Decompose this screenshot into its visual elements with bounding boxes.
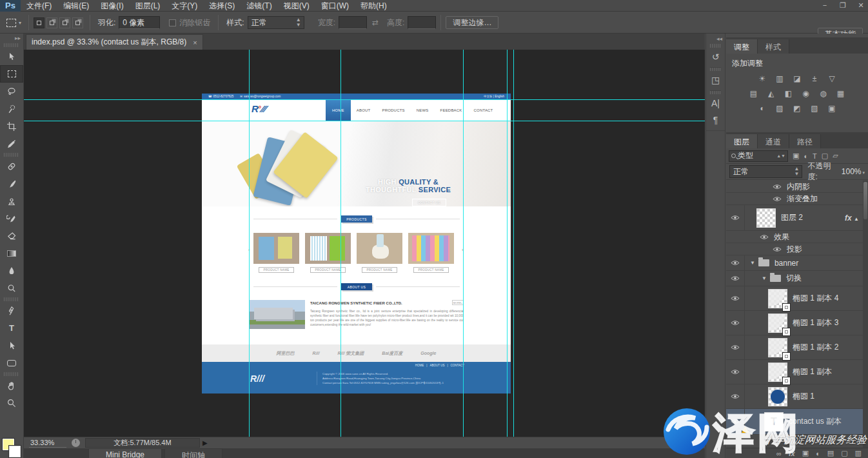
- effect-eye-icon[interactable]: [773, 196, 782, 202]
- visibility-eye-icon[interactable]: [726, 384, 745, 408]
- layer-row[interactable]: 投影: [726, 243, 868, 255]
- visibility-eye-icon[interactable]: [726, 205, 745, 230]
- effect-eye-icon[interactable]: [773, 246, 782, 252]
- visibility-eye-icon[interactable]: [726, 286, 745, 310]
- layer-row[interactable]: ▼切换: [726, 271, 868, 286]
- layer-row[interactable]: 效果: [726, 231, 868, 243]
- filter-kind-pixel-icon[interactable]: ▣: [793, 152, 799, 160]
- move-tool-icon[interactable]: [0, 48, 23, 65]
- layer-row[interactable]: 椭圆 1 副本 4: [726, 286, 868, 311]
- levels-icon[interactable]: ▥: [773, 74, 786, 84]
- tool-preset-arrow-icon[interactable]: ▾: [19, 20, 21, 26]
- style-dropdown[interactable]: 正常▲▼: [248, 16, 304, 29]
- menu-item[interactable]: 编辑(E): [57, 0, 95, 12]
- gradient-map-icon[interactable]: ▧: [808, 104, 821, 114]
- tab-layers[interactable]: 图层: [726, 134, 758, 148]
- layer-row[interactable]: 椭圆 1 副本 2: [726, 335, 868, 360]
- color-balance-icon[interactable]: ◭: [765, 89, 778, 99]
- expander-triangle-icon[interactable]: ▼: [750, 260, 755, 266]
- effect-eye-icon[interactable]: [760, 234, 769, 240]
- tab-mini-bridge[interactable]: Mini Bridge: [88, 448, 162, 458]
- delete-layer-icon[interactable]: ▥: [855, 449, 862, 457]
- canvas-area[interactable]: ☎ 0512-82707625 ✉ sara.wu@rongweigroup.c…: [24, 50, 705, 437]
- posterize-icon[interactable]: ▨: [773, 104, 786, 114]
- history-panel-icon[interactable]: ↺: [706, 48, 725, 65]
- tab-adjustments[interactable]: 调整: [726, 39, 758, 54]
- black-white-icon[interactable]: ◧: [782, 89, 795, 99]
- layer-row[interactable]: 渐变叠加: [726, 193, 868, 205]
- minimize-icon[interactable]: −: [820, 0, 829, 10]
- tab-paths[interactable]: 路径: [789, 134, 821, 148]
- type-tool-icon[interactable]: T: [0, 319, 23, 337]
- color-lookup-icon[interactable]: ▦: [834, 89, 847, 99]
- fx-badge[interactable]: fx ▲: [845, 214, 859, 223]
- layer-style-icon[interactable]: fx: [789, 450, 795, 457]
- visibility-eye-icon[interactable]: [726, 255, 745, 270]
- menu-item[interactable]: 文字(Y): [166, 0, 203, 12]
- history-brush-tool-icon[interactable]: [0, 210, 23, 227]
- tab-close-icon[interactable]: ×: [193, 39, 197, 46]
- link-layers-icon[interactable]: ∞: [776, 450, 782, 457]
- clone-stamp-tool-icon[interactable]: [0, 192, 23, 210]
- threshold-icon[interactable]: ◩: [791, 104, 804, 114]
- selective-color-icon[interactable]: ▣: [825, 104, 838, 114]
- height-input[interactable]: [408, 16, 436, 29]
- layer-row[interactable]: 图层 2fx ▲: [726, 205, 868, 231]
- document-tab[interactable]: index.psd @ 33.3% (contact us 副本, RGB/8)…: [26, 34, 203, 50]
- menu-item[interactable]: 选择(S): [203, 0, 241, 12]
- vector-mask-icon[interactable]: [782, 303, 791, 312]
- properties-panel-icon[interactable]: ◳: [706, 72, 725, 88]
- selection-subtract-icon[interactable]: [59, 17, 70, 28]
- new-group-icon[interactable]: ▤: [827, 449, 834, 457]
- guide-vertical[interactable]: [463, 50, 464, 437]
- layer-row[interactable]: 椭圆 1: [726, 384, 868, 409]
- zoom-level-field[interactable]: 33.33%: [29, 439, 66, 448]
- blend-mode-dropdown[interactable]: 正常▲▼: [729, 165, 802, 178]
- marquee-tool-icon[interactable]: [0, 65, 23, 83]
- close-icon[interactable]: ✕: [856, 0, 865, 10]
- width-input[interactable]: [339, 16, 367, 29]
- filter-kind-adjustment-icon[interactable]: ◐: [804, 152, 808, 160]
- layer-row[interactable]: 椭圆 1 副本: [726, 360, 868, 384]
- adjustment-layer-icon[interactable]: ◐: [816, 450, 820, 457]
- layer-row[interactable]: 椭圆 1 副本 3: [726, 311, 868, 335]
- layer-thumbnail[interactable]: [768, 289, 787, 308]
- layer-row[interactable]: T!contact us 副本: [726, 409, 868, 435]
- blur-tool-icon[interactable]: [0, 262, 23, 279]
- invert-icon[interactable]: ◐: [756, 104, 769, 114]
- layer-thumbnail[interactable]: [768, 363, 787, 382]
- brightness-contrast-icon[interactable]: ☀: [756, 74, 769, 84]
- quick-selection-tool-icon[interactable]: [0, 100, 23, 117]
- photo-filter-icon[interactable]: ◉: [800, 89, 813, 99]
- expander-triangle-icon[interactable]: ▼: [762, 275, 767, 281]
- new-layer-icon[interactable]: ▢: [841, 449, 847, 457]
- visibility-eye-icon[interactable]: [726, 271, 745, 286]
- crop-tool-icon[interactable]: [0, 117, 23, 135]
- selection-add-icon[interactable]: [46, 17, 57, 28]
- text-layer-thumbnail[interactable]: T: [764, 412, 784, 432]
- layer-thumbnail[interactable]: [768, 387, 787, 406]
- effect-eye-icon[interactable]: [773, 184, 782, 190]
- refine-edge-button[interactable]: 调整边缘…: [446, 16, 498, 29]
- visibility-eye-icon[interactable]: [726, 409, 745, 434]
- status-arrow-icon[interactable]: ▶: [202, 439, 208, 446]
- background-color-swatch[interactable]: [9, 446, 21, 457]
- eraser-tool-icon[interactable]: [0, 227, 23, 244]
- hand-tool-icon[interactable]: [0, 377, 23, 394]
- toolbar-collapse-icon[interactable]: ▸▸: [0, 34, 23, 43]
- zoom-tool-icon[interactable]: [0, 394, 23, 412]
- guide-horizontal[interactable]: [24, 121, 705, 121]
- layer-row[interactable]: 内阴影: [726, 181, 868, 193]
- filter-kind-shape-icon[interactable]: ▢: [822, 152, 828, 160]
- channel-mixer-icon[interactable]: ◍: [817, 89, 830, 99]
- tab-styles[interactable]: 样式: [758, 39, 789, 54]
- swap-dimensions-icon[interactable]: ⇄: [372, 18, 379, 27]
- layer-thumbnail[interactable]: [756, 208, 776, 228]
- character-panel-icon[interactable]: A|: [706, 95, 725, 112]
- gradient-tool-icon[interactable]: [0, 244, 23, 262]
- layer-thumbnail[interactable]: [768, 338, 787, 357]
- lasso-tool-icon[interactable]: [0, 83, 23, 100]
- tab-timeline[interactable]: 时间轴: [164, 448, 222, 458]
- visibility-eye-icon[interactable]: [726, 360, 745, 384]
- guide-vertical[interactable]: [340, 50, 341, 437]
